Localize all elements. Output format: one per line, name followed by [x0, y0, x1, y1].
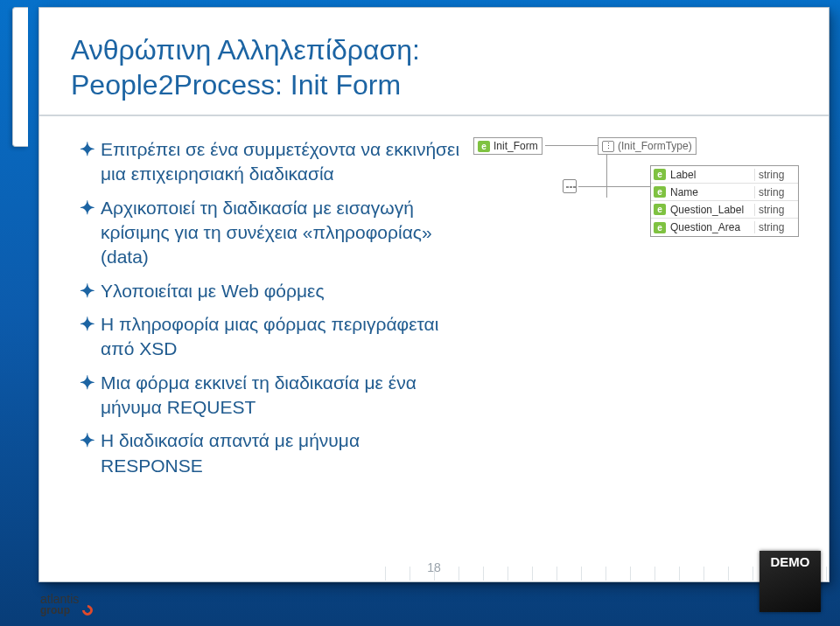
content-card: Ανθρώπινη Αλληλεπίδραση: People2Process:… [38, 7, 830, 582]
plus-icon: ✦ [80, 371, 101, 421]
logo-accent-icon [80, 603, 95, 618]
prop-name: Name [668, 186, 754, 198]
xsd-property-box: e Label string e Name string e Question_… [650, 165, 799, 237]
type-icon: ⋮ [602, 141, 614, 152]
bullet-text: Υλοποιείται με Web φόρμες [101, 279, 465, 303]
xsd-diagram: e Init_Form ⋮ (Init_FormType) [465, 132, 811, 487]
root-type-name: (Init_FormType) [618, 140, 692, 152]
list-item: ✦ Η πληροφορία μιας φόρμας περιγράφεται … [80, 312, 465, 362]
demo-badge: DEMO [760, 551, 821, 612]
bullet-text: Επιτρέπει σε ένα συμμετέχοντα να εκκινήσ… [101, 137, 465, 187]
prop-type: string [754, 186, 798, 198]
plus-icon: ✦ [80, 428, 101, 478]
element-icon: e [654, 186, 666, 198]
xsd-property-row: e Label string [651, 166, 798, 184]
logo-text-1: atlantis [40, 593, 79, 605]
prop-type: string [754, 169, 798, 181]
list-item: ✦ Υλοποιείται με Web φόρμες [80, 279, 465, 303]
sequence-icon [563, 179, 577, 193]
prop-type: string [754, 204, 798, 216]
bullet-text: Η διαδικασία απαντά με μήνυμα RESPONSE [101, 428, 465, 478]
connector-line [578, 186, 638, 187]
list-item: ✦ Η διαδικασία απαντά με μήνυμα RESPONSE [80, 428, 465, 478]
plus-icon: ✦ [80, 196, 101, 270]
prop-name: Question_Area [668, 221, 754, 233]
plus-icon: ✦ [80, 137, 101, 187]
bullet-list: ✦ Επιτρέπει σε ένα συμμετέχοντα να εκκιν… [80, 132, 465, 487]
element-icon: e [478, 141, 490, 152]
demo-label: DEMO [771, 554, 810, 569]
slide-title: Ανθρώπινη Αλληλεπίδραση: People2Process:… [39, 8, 829, 116]
prop-type: string [754, 221, 798, 233]
element-icon: e [654, 204, 666, 215]
connector-line [545, 145, 598, 146]
connector-line [638, 186, 650, 187]
xsd-property-row: e Question_Label string [651, 201, 798, 219]
list-item: ✦ Επιτρέπει σε ένα συμμετέχοντα να εκκιν… [80, 137, 465, 187]
bullet-text: Μια φόρμα εκκινεί τη διαδικασία με ένα μ… [101, 371, 465, 421]
slide-body: ✦ Επιτρέπει σε ένα συμμετέχοντα να εκκιν… [39, 116, 829, 496]
xsd-property-row: e Name string [651, 184, 798, 201]
element-icon: e [654, 169, 666, 180]
connector-line [606, 154, 607, 198]
slide: Ανθρώπινη Αλληλεπίδραση: People2Process:… [0, 0, 840, 626]
title-line-1: Ανθρώπινη Αλληλεπίδραση: [71, 34, 420, 66]
plus-icon: ✦ [80, 312, 101, 362]
bullet-text: Αρχικοποιεί τη διαδικασία με εισαγωγή κρ… [101, 196, 465, 270]
element-icon: e [654, 222, 666, 233]
list-item: ✦ Μια φόρμα εκκινεί τη διαδικασία με ένα… [80, 371, 465, 421]
prop-name: Label [668, 169, 754, 181]
title-line-2: People2Process: Init Form [71, 69, 401, 101]
logo-text-2: group [40, 605, 79, 616]
root-element-name: Init_Form [494, 140, 538, 152]
list-item: ✦ Αρχικοποιεί τη διαδικασία με εισαγωγή … [80, 196, 465, 270]
xsd-root-type: ⋮ (Init_FormType) [598, 137, 696, 155]
prop-name: Question_Label [668, 204, 754, 216]
plus-icon: ✦ [80, 279, 101, 303]
bullet-text: Η πληροφορία μιας φόρμας περιγράφεται απ… [101, 312, 465, 362]
footer-logo: atlantis group [40, 593, 93, 616]
xsd-root-element: e Init_Form [473, 137, 542, 155]
xsd-property-row: e Question_Area string [651, 219, 798, 236]
side-tab [12, 7, 28, 147]
